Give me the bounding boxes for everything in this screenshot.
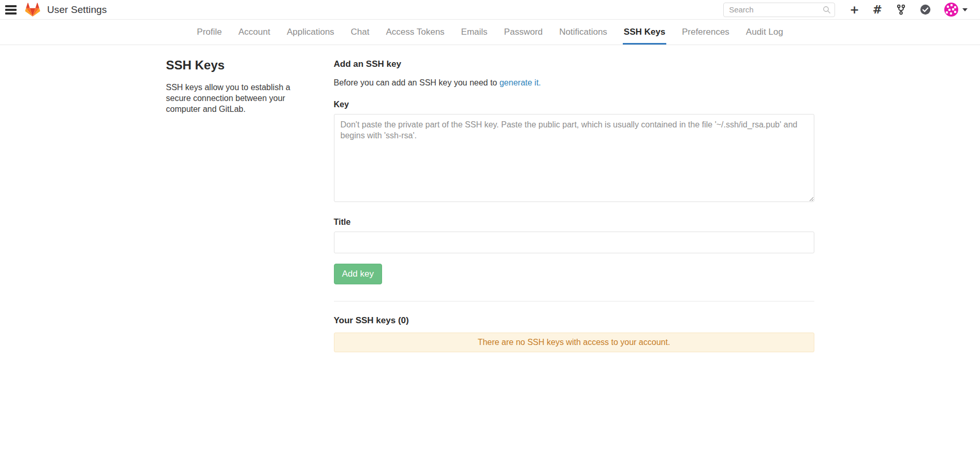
empty-keys-alert: There are no SSH keys with access to you… <box>334 333 814 352</box>
tab-applications[interactable]: Applications <box>286 20 335 45</box>
title-input[interactable] <box>334 232 814 253</box>
todos-check-icon[interactable] <box>920 4 931 15</box>
page-title: User Settings <box>47 4 107 16</box>
top-navbar: User Settings + # <box>0 0 980 20</box>
tab-notifications[interactable]: Notifications <box>558 20 608 45</box>
your-ssh-keys-heading: Your SSH keys (0) <box>334 315 814 326</box>
tab-ssh-keys[interactable]: SSH Keys <box>623 20 666 45</box>
generate-key-hint: Before you can add an SSH key you need t… <box>334 78 814 88</box>
section-divider <box>334 301 814 301</box>
ssh-key-form-column: Add an SSH key Before you can add an SSH… <box>334 58 814 352</box>
section-heading: SSH Keys <box>166 58 304 73</box>
tab-audit-log[interactable]: Audit Log <box>745 20 784 45</box>
section-description: SSH keys allow you to establish a secure… <box>166 82 304 114</box>
tab-profile[interactable]: Profile <box>196 20 223 45</box>
navbar-left-group: User Settings <box>4 2 107 17</box>
key-label: Key <box>334 100 814 109</box>
tab-password[interactable]: Password <box>503 20 544 45</box>
merge-requests-icon[interactable] <box>896 4 906 15</box>
tab-chat[interactable]: Chat <box>350 20 371 45</box>
search-box <box>723 3 835 17</box>
hash-icon[interactable]: # <box>873 4 882 16</box>
tab-emails[interactable]: Emails <box>460 20 489 45</box>
gitlab-tanuki-logo[interactable] <box>25 2 40 17</box>
tab-account[interactable]: Account <box>237 20 271 45</box>
search-input[interactable] <box>723 3 835 17</box>
main-content: SSH Keys SSH keys allow you to establish… <box>166 45 814 352</box>
title-label: Title <box>334 218 814 227</box>
add-key-button[interactable]: Add key <box>334 264 382 284</box>
key-textarea[interactable] <box>334 114 814 202</box>
settings-tabbar: Profile Account Applications Chat Access… <box>0 20 980 45</box>
hamburger-menu-icon[interactable] <box>5 5 17 15</box>
generate-it-link[interactable]: generate it. <box>500 78 541 87</box>
generate-key-hint-text: Before you can add an SSH key you need t… <box>334 78 500 87</box>
section-description-column: SSH Keys SSH keys allow you to establish… <box>166 58 334 352</box>
navbar-right-group: + # <box>723 3 968 17</box>
user-menu[interactable] <box>944 3 968 17</box>
plus-icon[interactable]: + <box>850 4 859 16</box>
tab-preferences[interactable]: Preferences <box>681 20 730 45</box>
search-icon <box>823 6 831 14</box>
caret-down-icon <box>962 8 968 11</box>
tab-access-tokens[interactable]: Access Tokens <box>385 20 446 45</box>
add-ssh-key-heading: Add an SSH key <box>334 59 814 69</box>
avatar[interactable] <box>944 3 958 17</box>
title-field-group: Title <box>334 218 814 253</box>
